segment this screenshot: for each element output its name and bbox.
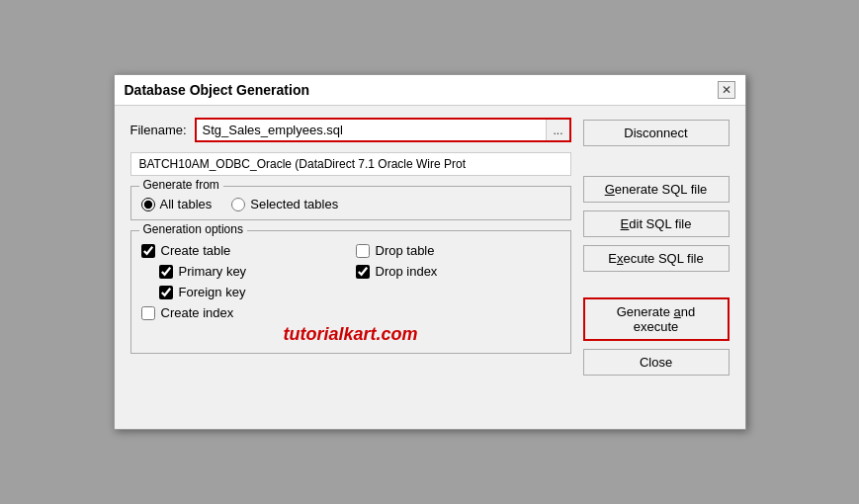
disconnect-button[interactable]: Disconnect bbox=[583, 120, 730, 146]
generate-sql-label: Generate SQL file bbox=[605, 182, 708, 197]
right-panel: Disconnect Generate SQL file Edit SQL fi… bbox=[583, 118, 730, 376]
filename-row: Filename: ... bbox=[130, 118, 571, 142]
generate-from-legend: Generate from bbox=[139, 178, 223, 192]
checkbox-foreign-key[interactable]: Foreign key bbox=[141, 285, 346, 299]
checkbox-create-index-label: Create index bbox=[161, 305, 234, 320]
filename-label: Filename: bbox=[130, 123, 187, 137]
browse-button[interactable]: ... bbox=[546, 120, 568, 140]
checkbox-create-index[interactable]: Create index bbox=[141, 305, 346, 320]
radio-selected-tables-input[interactable] bbox=[231, 198, 245, 211]
checkbox-primary-key-input[interactable] bbox=[159, 265, 173, 279]
execute-sql-label: Execute SQL file bbox=[608, 251, 703, 266]
radio-all-tables-input[interactable] bbox=[141, 198, 155, 211]
generate-execute-label: Generate and execute bbox=[617, 304, 696, 334]
checkbox-primary-key-label: Primary key bbox=[179, 264, 247, 279]
generate-from-options: All tables Selected tables bbox=[141, 193, 560, 211]
connection-bar: BATCH10AM_ODBC_Oracle (DataDirect 7.1 Or… bbox=[130, 152, 571, 176]
checkbox-drop-table[interactable]: Drop table bbox=[356, 243, 560, 258]
left-panel: Filename: ... BATCH10AM_ODBC_Oracle (Dat… bbox=[130, 118, 571, 376]
generation-options-legend: Generation options bbox=[139, 222, 247, 236]
radio-all-tables[interactable]: All tables bbox=[141, 197, 213, 211]
close-button[interactable]: Close bbox=[583, 349, 730, 376]
radio-all-tables-label: All tables bbox=[160, 197, 213, 211]
radio-selected-tables[interactable]: Selected tables bbox=[231, 197, 338, 211]
checkbox-create-table-label: Create table bbox=[161, 243, 231, 258]
checkbox-drop-table-input[interactable] bbox=[356, 244, 370, 258]
edit-sql-label: Edit SQL file bbox=[621, 216, 692, 231]
checkbox-drop-index-label: Drop index bbox=[376, 264, 438, 279]
generate-execute-button[interactable]: Generate and execute bbox=[583, 297, 730, 341]
checkbox-create-index-input[interactable] bbox=[141, 306, 155, 320]
checkbox-drop-index[interactable]: Drop index bbox=[356, 264, 560, 279]
dialog-title: Database Object Generation bbox=[125, 82, 310, 98]
generation-options-grid: Create table Drop table Primary key bbox=[141, 237, 560, 320]
generation-options-group: Generation options Create table Drop tab… bbox=[130, 230, 571, 354]
generate-sql-button[interactable]: Generate SQL file bbox=[583, 176, 730, 203]
checkbox-foreign-key-label: Foreign key bbox=[179, 285, 246, 299]
checkbox-drop-table-label: Drop table bbox=[376, 243, 435, 258]
checkbox-primary-key[interactable]: Primary key bbox=[141, 264, 346, 279]
dialog-body: Filename: ... BATCH10AM_ODBC_Oracle (Dat… bbox=[115, 106, 745, 387]
close-icon[interactable]: ✕ bbox=[718, 81, 735, 99]
checkbox-create-table[interactable]: Create table bbox=[141, 243, 346, 258]
filename-input[interactable] bbox=[197, 120, 547, 140]
execute-sql-button[interactable]: Execute SQL file bbox=[583, 245, 730, 272]
filename-input-wrapper: ... bbox=[195, 118, 571, 142]
edit-sql-button[interactable]: Edit SQL file bbox=[583, 210, 730, 237]
dialog: Database Object Generation ✕ Filename: .… bbox=[114, 74, 746, 430]
watermark: tutorialkart.com bbox=[141, 320, 560, 345]
generate-from-group: Generate from All tables Selected tables bbox=[130, 186, 571, 220]
title-bar: Database Object Generation ✕ bbox=[115, 75, 745, 106]
radio-selected-tables-label: Selected tables bbox=[250, 197, 338, 211]
checkbox-foreign-key-input[interactable] bbox=[159, 286, 173, 299]
checkbox-create-table-input[interactable] bbox=[141, 244, 155, 258]
checkbox-drop-index-input[interactable] bbox=[356, 265, 370, 279]
